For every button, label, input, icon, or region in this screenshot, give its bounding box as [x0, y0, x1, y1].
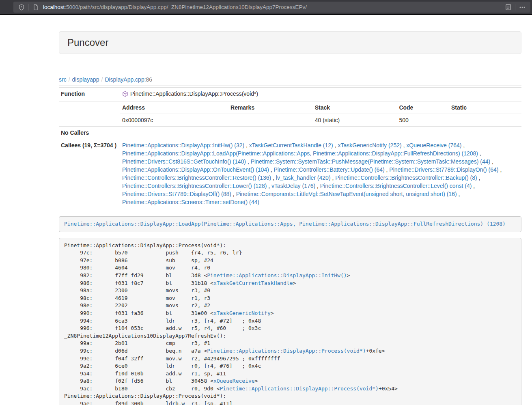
- url-text[interactable]: localhost:5000/path/src/displayapp/Displ…: [43, 4, 503, 10]
- reader-mode-icon[interactable]: [503, 2, 513, 12]
- snippet-function-link[interactable]: Pinetime::Applications::DisplayApp::Load…: [64, 221, 506, 227]
- static-value: [449, 114, 521, 127]
- callee-link[interactable]: Pinetime::Controllers::BrightnessControl…: [335, 174, 477, 181]
- callee-separator: ,: [385, 166, 390, 173]
- callee-link[interactable]: lv_task_handler (420): [276, 174, 331, 181]
- col-stack: Stack: [313, 101, 397, 114]
- stats-value-row: 0x0000097c 40 (static) 500: [120, 114, 521, 127]
- callee-link[interactable]: vTaskDelay (176): [271, 183, 315, 189]
- breadcrumb-displayapp[interactable]: displayapp: [72, 76, 99, 83]
- page-container: Puncover src/displayapp/DisplayApp.cpp:8…: [59, 31, 521, 405]
- callee-link[interactable]: xQueueReceive (764): [406, 142, 461, 149]
- address-value: 0x0000097c: [120, 114, 228, 127]
- callee-separator: ,: [333, 142, 338, 149]
- no-callers-label: No Callers: [59, 127, 120, 139]
- code-symbol-link[interactable]: xTaskGetCurrentTaskHandle: [213, 280, 293, 286]
- callees-row: Callees (19, Σ=3704 ) Pinetime::Applicat…: [59, 139, 521, 209]
- url-path: :5000/path/src/displayapp/DisplayApp.cpp…: [65, 4, 307, 10]
- page-title: Puncover: [67, 37, 108, 48]
- callee-separator: ,: [472, 183, 475, 189]
- line-number: :86: [144, 76, 152, 83]
- callee-separator: ,: [477, 174, 480, 181]
- code-symbol-link[interactable]: Pinetime::Applications::DisplayApp::Proc…: [207, 348, 366, 354]
- callee-separator: ,: [478, 150, 481, 157]
- breadcrumb-separator: /: [69, 76, 70, 83]
- shield-icon[interactable]: [17, 2, 26, 12]
- toolbar-divider: [515, 4, 515, 11]
- callee-separator: ,: [331, 174, 336, 181]
- snippet-header-panel: Pinetime::Applications::DisplayApp::Load…: [59, 216, 521, 232]
- callee-separator: ,: [246, 158, 251, 165]
- callee-separator: ,: [271, 174, 276, 181]
- callee-separator: ,: [269, 166, 274, 173]
- callee-link[interactable]: xTaskGenericNotify (252): [338, 142, 401, 149]
- url-host: localhost: [43, 4, 65, 10]
- callee-separator: ,: [402, 142, 407, 149]
- stats-table: Address Remarks Stack Code Static 0x0000…: [120, 101, 521, 126]
- code-value: 500: [397, 114, 449, 127]
- col-address: Address: [120, 101, 228, 114]
- stack-value: 40 (static): [313, 114, 397, 127]
- url-bar[interactable]: localhost:5000/path/src/displayapp/Displ…: [13, 2, 530, 13]
- disassembly-code: Pinetime::Applications::DisplayApp::Proc…: [59, 238, 521, 405]
- callee-separator: ,: [499, 166, 502, 173]
- page-icon: [31, 2, 41, 12]
- function-table: Function Pinetime::Applications::Display…: [59, 87, 521, 208]
- callee-link[interactable]: Pinetime::Applications::DisplayApp::OnTo…: [122, 166, 269, 173]
- callee-separator: ,: [267, 183, 271, 189]
- code-symbol-link[interactable]: Pinetime::Applications::DisplayApp::Init…: [207, 272, 347, 278]
- code-symbol-link[interactable]: Pinetime::Applications::DisplayApp::Proc…: [220, 386, 379, 392]
- callee-link[interactable]: Pinetime::Controllers::BrightnessControl…: [320, 183, 472, 189]
- callee-link[interactable]: Pinetime::Components::LittleVgl::SetNewT…: [236, 191, 457, 197]
- breadcrumb-src[interactable]: src: [59, 76, 67, 83]
- callee-link[interactable]: Pinetime::Applications::DisplayApp::Load…: [122, 150, 478, 157]
- callee-link[interactable]: Pinetime::Drivers::Cst816S::GetTouchInfo…: [122, 158, 246, 165]
- callee-link[interactable]: Pinetime::Drivers::St7789::DisplayOn() (…: [389, 166, 498, 173]
- col-static: Static: [449, 101, 521, 114]
- code-symbol-link[interactable]: xTaskGenericNotify: [213, 310, 271, 316]
- callees-list: Pinetime::Applications::DisplayApp::Init…: [120, 139, 521, 209]
- callee-link[interactable]: Pinetime::System::SystemTask::PushMessag…: [251, 158, 491, 165]
- breadcrumb: src/displayapp/DisplayApp.cpp:86: [59, 75, 521, 84]
- callee-link[interactable]: Pinetime::Controllers::BrightnessControl…: [122, 174, 271, 181]
- toolbar-divider: [28, 4, 29, 11]
- code-symbol-link[interactable]: xQueueReceive: [213, 378, 255, 384]
- callee-link[interactable]: xTaskGetCurrentTaskHandle (12): [249, 142, 333, 149]
- callee-separator: ,: [315, 183, 320, 189]
- col-remarks: Remarks: [228, 101, 313, 114]
- callee-link[interactable]: Pinetime::Drivers::St7789::DisplayOff() …: [122, 191, 231, 197]
- callee-link[interactable]: Pinetime::Controllers::Battery::Update()…: [274, 166, 385, 173]
- stats-row: Address Remarks Stack Code Static 0x0000…: [59, 101, 521, 127]
- ellipsis-menu-icon[interactable]: [517, 2, 527, 12]
- callee-separator: ,: [490, 158, 493, 165]
- function-name: Pinetime::Applications::DisplayApp::Proc…: [130, 90, 258, 97]
- browser-toolbar: localhost:5000/path/src/displayapp/Displ…: [0, 0, 532, 15]
- no-callers-row: No Callers: [59, 127, 521, 139]
- breadcrumb-separator: /: [101, 76, 103, 83]
- col-code: Code: [397, 101, 449, 114]
- callee-link[interactable]: Pinetime::Applications::Screens::Timer::…: [122, 199, 259, 205]
- breadcrumb-file[interactable]: DisplayApp.cpp: [105, 76, 144, 83]
- callee-separator: ,: [231, 191, 236, 197]
- app-header-panel: Puncover: [59, 31, 521, 54]
- callee-separator: ,: [461, 142, 465, 149]
- callees-label: Callees (19, Σ=3704 ): [59, 139, 120, 209]
- callee-separator: ,: [457, 191, 460, 197]
- callee-separator: ,: [244, 142, 249, 149]
- remarks-value: [228, 114, 313, 127]
- stats-header-row: Address Remarks Stack Code Static: [120, 101, 521, 114]
- cube-icon: [122, 91, 128, 99]
- callee-link[interactable]: Pinetime::Controllers::BrightnessControl…: [122, 183, 267, 189]
- callee-link[interactable]: Pinetime::Applications::DisplayApp::Init…: [122, 142, 244, 149]
- function-row: Function Pinetime::Applications::Display…: [59, 88, 521, 101]
- function-label: Function: [59, 88, 120, 101]
- divider-rule: [59, 85, 521, 86]
